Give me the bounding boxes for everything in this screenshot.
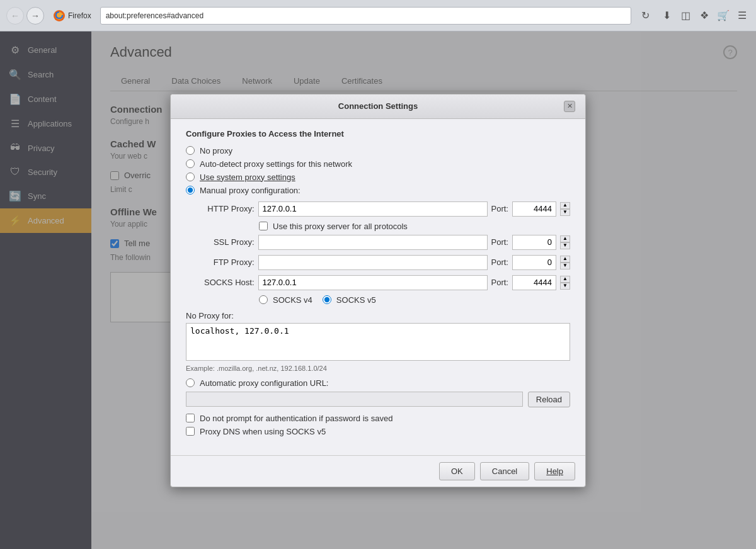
http-proxy-input[interactable] [258, 201, 488, 217]
manual-proxy-option: Manual proxy configuration: [186, 186, 570, 195]
socks-v5-radio[interactable] [323, 295, 331, 304]
back-button[interactable]: ← [6, 7, 24, 25]
use-for-all-checkbox[interactable] [259, 222, 268, 230]
manual-proxy-label[interactable]: Manual proxy configuration: [200, 186, 301, 195]
socks-port-label: Port: [491, 278, 508, 287]
help-button[interactable]: Help [534, 462, 575, 480]
no-auth-label: Do not prompt for authentication if pass… [200, 414, 392, 423]
example-text: Example: .mozilla.org, .net.nz, 192.168.… [186, 365, 570, 372]
manual-proxy-radio[interactable] [186, 186, 195, 195]
no-proxy-option: No proxy [186, 146, 570, 156]
socks-v4-radio[interactable] [259, 295, 268, 304]
no-proxy-textarea[interactable]: localhost, 127.0.0.1 [186, 323, 570, 361]
proxy-dns-label: Proxy DNS when using SOCKS v5 [200, 427, 326, 436]
ssl-port-input[interactable] [512, 235, 556, 250]
dialog-footer: OK Cancel Help [171, 455, 585, 487]
ssl-port-up[interactable]: ▲ [560, 235, 570, 242]
connection-settings-dialog: Connection Settings ✕ Configure Proxies … [170, 94, 586, 487]
ssl-proxy-label: SSL Proxy: [198, 237, 255, 247]
auto-proxy-radio[interactable] [186, 378, 195, 387]
auto-proxy-label[interactable]: Automatic proxy configuration URL: [200, 378, 328, 388]
firefox-logo: Firefox [49, 9, 95, 22]
menu-icon[interactable]: ☰ [735, 8, 750, 23]
proxy-dns-row: Proxy DNS when using SOCKS v5 [186, 427, 570, 436]
content-area: Advanced ? General Data Choices Network … [91, 31, 756, 549]
no-proxy-section: No Proxy for: localhost, 127.0.0.1 Examp… [186, 311, 570, 372]
forward-button[interactable]: → [26, 7, 44, 25]
http-proxy-row: HTTP Proxy: Port: ▲ ▼ [198, 201, 570, 217]
socks-port-up[interactable]: ▲ [560, 276, 570, 283]
http-port-spinbox: ▲ ▼ [560, 202, 570, 216]
ssl-port-spinbox: ▲ ▼ [560, 235, 570, 249]
nav-buttons: ← → [6, 7, 44, 25]
http-port-label: Port: [491, 204, 508, 213]
ftp-port-label: Port: [491, 258, 508, 267]
shop-icon[interactable]: 🛒 [716, 8, 731, 23]
socks-version-row: SOCKS v4 SOCKS v5 [259, 295, 570, 305]
auto-proxy-input[interactable] [186, 392, 523, 407]
ssl-port-label: Port: [491, 237, 508, 247]
system-proxy-option: Use system proxy settings [186, 173, 570, 182]
cancel-button[interactable]: Cancel [480, 462, 529, 480]
auto-detect-option: Auto-detect proxy settings for this netw… [186, 159, 570, 169]
toolbar-icons: ⬇ ◫ ❖ 🛒 ☰ [659, 8, 750, 23]
auto-proxy-section: Automatic proxy configuration URL: Reloa… [186, 378, 570, 407]
proxy-fields: HTTP Proxy: Port: ▲ ▼ Use [198, 201, 570, 305]
browser-chrome: ← → Firefox about:preferences#advanced ↻… [0, 0, 756, 31]
system-proxy-radio[interactable] [186, 173, 195, 181]
http-proxy-label: HTTP Proxy: [198, 204, 255, 213]
ftp-proxy-input[interactable] [258, 255, 488, 270]
ok-button[interactable]: OK [439, 462, 475, 480]
socks-v4-label[interactable]: SOCKS v4 [273, 295, 312, 305]
dialog-close-button[interactable]: ✕ [564, 101, 575, 112]
socks-v5-option: SOCKS v5 [323, 295, 376, 305]
dialog-overlay: Connection Settings ✕ Configure Proxies … [91, 31, 756, 549]
http-port-input[interactable] [512, 201, 556, 217]
auto-proxy-option: Automatic proxy configuration URL: [186, 378, 570, 388]
socks-port-input[interactable] [512, 275, 556, 290]
dialog-title: Connection Settings [192, 101, 564, 111]
socks-port-spinbox: ▲ ▼ [560, 276, 570, 290]
reload-button[interactable]: Reload [528, 392, 570, 407]
socks-port-down[interactable]: ▼ [560, 283, 570, 290]
firefox-label: Firefox [68, 11, 91, 20]
main-layout: ⚙ General 🔍 Search 📄 Content ☰ Applicati… [0, 31, 756, 549]
pocket-icon[interactable]: ❖ [697, 8, 712, 23]
ssl-proxy-row: SSL Proxy: Port: ▲ ▼ [198, 235, 570, 250]
no-proxy-radio[interactable] [186, 146, 195, 155]
ftp-proxy-label: FTP Proxy: [198, 258, 255, 267]
dialog-header: Connection Settings ✕ [171, 94, 585, 119]
proxy-dns-checkbox[interactable] [186, 427, 195, 436]
reload-button[interactable]: ↻ [636, 7, 654, 25]
ftp-port-up[interactable]: ▲ [560, 256, 570, 263]
address-text: about:preferences#advanced [106, 11, 203, 20]
system-proxy-label[interactable]: Use system proxy settings [200, 173, 295, 182]
ftp-port-input[interactable] [512, 255, 556, 270]
socks-v4-option: SOCKS v4 [259, 295, 312, 305]
ssl-proxy-input[interactable] [258, 235, 488, 250]
use-for-all-row: Use this proxy server for all protocols [259, 222, 570, 231]
proxy-options: No proxy Auto-detect proxy settings for … [186, 146, 570, 195]
socks-host-input[interactable] [258, 275, 488, 290]
no-auth-checkbox[interactable] [186, 414, 195, 422]
socks-host-row: SOCKS Host: Port: ▲ ▼ [198, 275, 570, 290]
auto-detect-label[interactable]: Auto-detect proxy settings for this netw… [200, 159, 352, 169]
ftp-port-spinbox: ▲ ▼ [560, 256, 570, 269]
no-proxy-label[interactable]: No proxy [200, 146, 232, 156]
ssl-port-down[interactable]: ▼ [560, 242, 570, 249]
socks-v5-label[interactable]: SOCKS v5 [336, 295, 376, 305]
auto-url-row: Reload [186, 392, 570, 407]
auto-detect-radio[interactable] [186, 159, 195, 168]
dialog-body: Configure Proxies to Access the Internet… [171, 119, 585, 449]
http-port-up[interactable]: ▲ [560, 202, 570, 209]
use-for-all-label: Use this proxy server for all protocols [273, 222, 408, 231]
dialog-section-title: Configure Proxies to Access the Internet [186, 129, 570, 139]
no-proxy-for-label: No Proxy for: [186, 311, 570, 320]
address-bar[interactable]: about:preferences#advanced [100, 7, 631, 25]
window-icon[interactable]: ◫ [678, 8, 693, 23]
http-port-down[interactable]: ▼ [560, 209, 570, 216]
ftp-port-down[interactable]: ▼ [560, 263, 570, 269]
bottom-checkboxes: Do not prompt for authentication if pass… [186, 414, 570, 436]
no-auth-row: Do not prompt for authentication if pass… [186, 414, 570, 423]
download-icon[interactable]: ⬇ [659, 8, 674, 23]
